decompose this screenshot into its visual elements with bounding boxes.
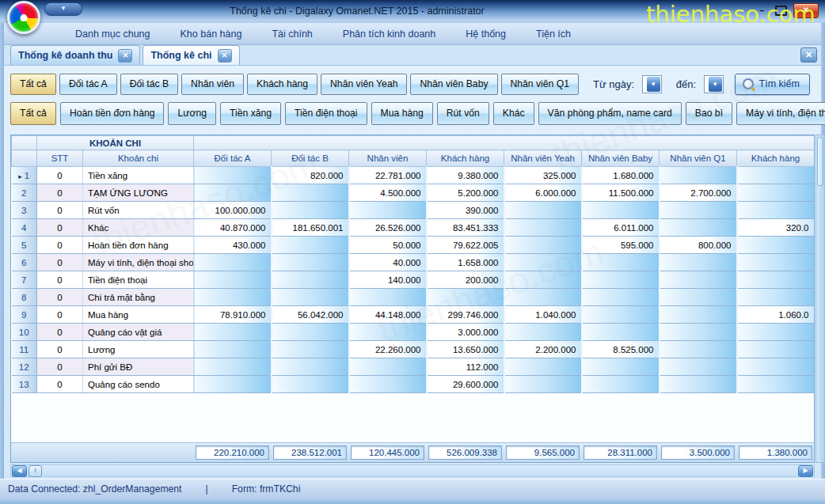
cell-amount[interactable]	[194, 184, 272, 202]
cell-amount[interactable]	[272, 202, 349, 219]
cell-amount[interactable]	[504, 254, 582, 271]
cell-amount[interactable]	[272, 324, 349, 341]
column-header-6[interactable]: Khách hàng	[427, 150, 504, 167]
expense-type-filter-button[interactable]: Bao bì	[686, 102, 732, 125]
column-header-2[interactable]: Khoản chi	[83, 150, 194, 167]
cell-stt[interactable]: 0	[37, 184, 83, 202]
cell-amount[interactable]	[660, 289, 737, 306]
cell-stt[interactable]: 0	[37, 358, 83, 376]
column-header-5[interactable]: Nhân viên	[349, 150, 427, 167]
cell-stt[interactable]: 0	[37, 306, 83, 324]
quick-access-toolbar-button[interactable]: ▼	[44, 2, 82, 16]
expense-type-filter-button[interactable]: Tiền xăng	[220, 102, 281, 125]
cell-amount[interactable]: 2.700.000	[660, 184, 737, 202]
cell-amount[interactable]: 390.000	[427, 202, 504, 219]
cell-amount[interactable]	[194, 271, 272, 289]
cell-amount[interactable]	[660, 167, 737, 184]
cell-amount[interactable]	[272, 254, 349, 271]
cell-amount[interactable]: 325.000	[504, 167, 582, 184]
category-filter-button[interactable]: Nhân viên Yeah	[321, 74, 407, 95]
cell-amount[interactable]: 800.000	[660, 237, 737, 254]
cell-amount[interactable]	[737, 167, 815, 184]
row-indicator[interactable]: 4	[12, 219, 37, 237]
cell-amount[interactable]	[660, 219, 737, 237]
chevron-down-icon[interactable]: ▼	[647, 77, 660, 92]
cell-amount[interactable]	[349, 324, 427, 341]
cell-amount[interactable]	[737, 271, 815, 289]
cell-amount[interactable]	[582, 306, 660, 324]
cell-amount[interactable]	[582, 376, 660, 393]
cell-amount[interactable]	[582, 324, 660, 341]
category-filter-button[interactable]: Nhân viên	[181, 74, 244, 95]
row-indicator[interactable]: 10	[12, 324, 37, 341]
menu-item-1[interactable]: Danh mục chung	[75, 28, 150, 40]
cell-expense-name[interactable]: Mua hàng	[83, 306, 194, 324]
row-indicator[interactable]: 11	[12, 341, 37, 358]
cell-stt[interactable]: 0	[37, 254, 83, 271]
cell-amount[interactable]	[272, 341, 349, 358]
expense-type-filter-button[interactable]: Rút vốn	[437, 102, 489, 125]
cell-amount[interactable]: 430.000	[194, 237, 272, 254]
cell-amount[interactable]: 6.011.000	[582, 219, 660, 237]
cell-amount[interactable]	[660, 341, 737, 358]
column-header-1[interactable]: STT	[37, 150, 83, 167]
category-filter-button[interactable]: Đối tác B	[120, 74, 178, 95]
to-date-combobox[interactable]: ▼	[704, 75, 724, 93]
cell-amount[interactable]	[194, 324, 272, 341]
cell-amount[interactable]	[349, 376, 427, 393]
menu-item-5[interactable]: Hệ thống	[466, 28, 506, 40]
cell-expense-name[interactable]: Hoàn tiền đơn hàng	[83, 237, 194, 254]
cell-amount[interactable]: 4.500.000	[349, 184, 427, 202]
expense-type-filter-button[interactable]: Tất cả	[10, 102, 56, 125]
cell-amount[interactable]: 1.060.0	[737, 306, 815, 324]
cell-expense-name[interactable]: Chi trả mặt bằng	[83, 289, 194, 306]
cell-stt[interactable]: 0	[37, 167, 83, 184]
cell-amount[interactable]	[504, 219, 582, 237]
column-header-7[interactable]: Nhân viên Yeah	[504, 150, 582, 167]
expense-type-filter-button[interactable]: Hoàn tiền đơn hàng	[60, 102, 165, 125]
cell-amount[interactable]	[272, 289, 349, 306]
from-date-combobox[interactable]: ▼	[642, 75, 662, 93]
cell-amount[interactable]	[737, 184, 815, 202]
cell-amount[interactable]	[504, 289, 582, 306]
row-indicator[interactable]: 5	[12, 237, 37, 254]
menu-item-3[interactable]: Tài chính	[272, 28, 312, 40]
cell-amount[interactable]	[737, 341, 815, 358]
cell-amount[interactable]	[349, 289, 427, 306]
cell-amount[interactable]: 6.000.000	[504, 184, 582, 202]
cell-amount[interactable]: 22.781.000	[349, 167, 427, 184]
cell-expense-name[interactable]: Khác	[83, 219, 194, 237]
horizontal-scrollbar[interactable]: ◀ ⦀ ▶	[10, 464, 815, 477]
expense-type-filter-button[interactable]: Mua hàng	[371, 102, 433, 125]
cell-stt[interactable]: 0	[37, 341, 83, 358]
cell-amount[interactable]: 44.148.000	[349, 306, 427, 324]
category-filter-button[interactable]: Nhân viên Q1	[501, 74, 580, 95]
tab-2[interactable]: Thống kê chi✕	[143, 45, 239, 65]
cell-expense-name[interactable]: TẠM ỨNG LƯƠNG	[83, 184, 194, 202]
cell-amount[interactable]: 100.000.000	[194, 202, 272, 219]
category-filter-button[interactable]: Tất cả	[10, 74, 56, 95]
cell-amount[interactable]	[660, 202, 737, 219]
cell-amount[interactable]: 29.600.000	[427, 376, 504, 393]
cell-amount[interactable]	[272, 237, 349, 254]
cell-amount[interactable]	[194, 167, 272, 184]
cell-amount[interactable]	[737, 237, 815, 254]
scroll-right-icon[interactable]: ▶	[798, 465, 813, 477]
cell-amount[interactable]	[660, 376, 737, 393]
cell-amount[interactable]: 320.0	[737, 219, 815, 237]
cell-amount[interactable]	[660, 324, 737, 341]
cell-amount[interactable]: 140.000	[349, 271, 427, 289]
cell-amount[interactable]: 9.380.000	[427, 167, 504, 184]
category-filter-button[interactable]: Nhân viên Baby	[410, 74, 497, 95]
cell-expense-name[interactable]: Phí gửi BĐ	[83, 358, 194, 376]
cell-amount[interactable]	[504, 202, 582, 219]
expense-type-filter-button[interactable]: Văn phòng phẩm, name card	[538, 102, 682, 125]
cell-amount[interactable]	[582, 271, 660, 289]
row-indicator[interactable]: 12	[12, 358, 37, 376]
expense-type-filter-button[interactable]: Tiền điện thoại	[285, 102, 367, 125]
cell-amount[interactable]: 40.000	[349, 254, 427, 271]
vertical-scrollbar-thumb[interactable]	[817, 137, 823, 186]
category-filter-button[interactable]: Đối tác A	[59, 74, 117, 95]
cell-stt[interactable]: 0	[37, 324, 83, 341]
column-header-10[interactable]: Khách hàng	[737, 150, 815, 167]
